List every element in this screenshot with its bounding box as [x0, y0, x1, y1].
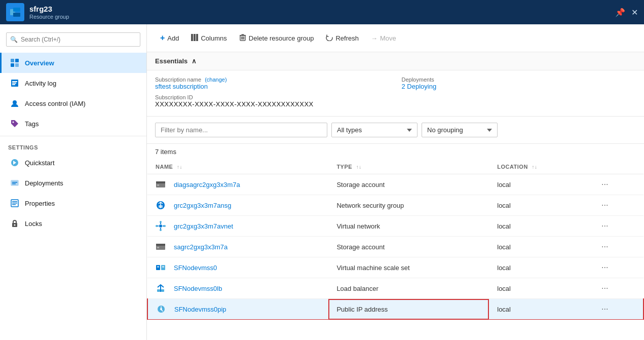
more-actions-button[interactable]: ···	[598, 200, 611, 210]
add-button[interactable]: + Add	[155, 30, 184, 46]
filter-name-input[interactable]	[155, 123, 327, 137]
main-content: + Add Columns	[147, 24, 644, 340]
deployments-group: Deployments 2 Deploying	[402, 77, 636, 90]
svg-rect-36	[159, 205, 163, 208]
app-header: sfrg23 Resource group 📌 ✕	[0, 0, 644, 24]
resource-location-cell: local	[489, 216, 590, 237]
settings-section-label: SETTINGS	[0, 138, 146, 153]
subscription-change-link[interactable]: (change)	[205, 77, 226, 83]
col-name[interactable]: NAME ↑↓	[147, 160, 328, 174]
sidebar-item-locks-label: Locks	[25, 220, 42, 228]
svg-rect-44	[157, 247, 159, 248]
more-actions-button[interactable]: ···	[598, 262, 611, 273]
sort-location-icon: ↑↓	[532, 164, 537, 170]
resource-location-cell: local	[489, 278, 590, 299]
resource-name-link[interactable]: SFNodevmss0lb	[174, 285, 222, 292]
access-control-icon	[10, 98, 20, 108]
sidebar-item-activity-log-label: Activity log	[25, 80, 56, 87]
table-row: SFNodevmss0pip Public IP address local ·…	[147, 299, 643, 320]
resource-icon-storage	[156, 179, 166, 190]
subscription-id-group: Subscription ID XXXXXXXX-XXXX-XXXX-XXXX-…	[155, 94, 390, 108]
sidebar-item-access-control[interactable]: Access control (IAM)	[0, 93, 146, 114]
table-row: SFNodevmss0 Virtual machine scale set lo…	[147, 257, 643, 278]
sidebar-item-deployments[interactable]: Deployments	[0, 173, 146, 193]
svg-rect-3	[11, 59, 14, 62]
svg-point-40	[160, 221, 162, 223]
header-actions: 📌 ✕	[615, 8, 638, 17]
resource-name-link[interactable]: grc2gxg3x3m7ansg	[174, 202, 231, 209]
more-actions-button[interactable]: ···	[598, 304, 611, 314]
resource-actions-cell: ···	[590, 195, 643, 216]
sidebar-item-quickstart[interactable]: Quickstart	[0, 153, 146, 173]
svg-rect-33	[156, 181, 165, 183]
resource-icon-nsg	[156, 200, 166, 210]
filter-type-select[interactable]: All types	[331, 123, 418, 137]
sidebar: 🔍 Overview	[0, 24, 147, 340]
more-actions-button[interactable]: ···	[598, 179, 611, 190]
svg-rect-28	[242, 36, 243, 40]
resource-name-cell: grc2gxg3x3m7avnet	[147, 216, 328, 237]
more-actions-button[interactable]: ···	[598, 220, 611, 231]
resource-name-link[interactable]: SFNodevmss0pip	[174, 306, 226, 313]
filter-row: All types No grouping	[147, 117, 644, 144]
resource-type-cell: Virtual machine scale set	[328, 257, 489, 278]
svg-rect-14	[11, 180, 18, 185]
sidebar-item-activity-log[interactable]: Activity log	[0, 73, 146, 93]
sidebar-item-properties-label: Properties	[25, 200, 55, 207]
resource-name-link[interactable]: diagsagrc2gxg3x3m7a	[174, 181, 240, 188]
more-actions-button[interactable]: ···	[598, 241, 611, 252]
svg-rect-48	[162, 266, 164, 268]
delete-button[interactable]: Delete resource group	[234, 31, 319, 46]
essentials-label: Essentials	[155, 57, 187, 65]
resource-icon-storage	[156, 242, 166, 252]
resource-actions-cell: ···	[590, 257, 643, 278]
resource-location-cell: local	[489, 174, 590, 195]
resource-name-cell: sagrc2gxg3x3m7a	[147, 237, 328, 257]
svg-point-11	[13, 100, 17, 104]
svg-rect-27	[241, 36, 242, 40]
resource-name-link[interactable]: SFNodevmss0	[174, 264, 217, 272]
svg-rect-43	[156, 244, 165, 246]
columns-button[interactable]: Columns	[186, 31, 232, 46]
header-title-group: sfrg23 Resource group	[29, 5, 69, 20]
svg-rect-23	[191, 34, 193, 41]
resource-icon-vmss	[156, 262, 166, 273]
svg-point-38	[156, 225, 158, 227]
resource-icon-vnet	[156, 221, 166, 231]
sidebar-item-overview[interactable]: Overview	[0, 53, 146, 73]
search-input[interactable]	[6, 32, 140, 47]
deployments-value[interactable]: 2 Deploying	[402, 83, 636, 90]
delete-label: Delete resource group	[249, 34, 314, 42]
sidebar-item-properties[interactable]: Properties	[0, 193, 146, 213]
svg-rect-50	[161, 289, 164, 292]
move-button[interactable]: → Move	[366, 31, 401, 45]
resource-name-link[interactable]: sagrc2gxg3x3m7a	[174, 243, 228, 251]
sidebar-item-tags[interactable]: Tags	[0, 114, 146, 134]
resource-name-cell: SFNodevmss0	[147, 257, 328, 278]
col-actions	[590, 160, 643, 174]
table-row: SFNodevmss0lb Load balancer local ···	[147, 278, 643, 299]
sidebar-item-locks[interactable]: Locks	[0, 213, 146, 234]
svg-rect-25	[196, 34, 198, 41]
col-location[interactable]: LOCATION ↑↓	[489, 160, 590, 174]
col-type[interactable]: TYPE ↑↓	[328, 160, 489, 174]
locks-icon	[10, 218, 20, 229]
pin-icon[interactable]: 📌	[615, 8, 625, 17]
essentials-bar[interactable]: Essentials ∧	[147, 52, 644, 70]
refresh-button[interactable]: Refresh	[321, 31, 364, 46]
close-icon[interactable]: ✕	[631, 8, 638, 17]
resource-actions-cell: ···	[590, 216, 643, 237]
resource-type-cell: Load balancer	[328, 278, 489, 299]
svg-rect-31	[241, 34, 244, 35]
sort-name-icon: ↑↓	[177, 164, 182, 170]
resource-name-cell: SFNodevmss0pip	[147, 299, 328, 320]
subscription-name-value[interactable]: sftest subscription	[155, 83, 390, 90]
filter-grouping-select[interactable]: No grouping	[422, 123, 498, 137]
svg-rect-20	[12, 204, 16, 205]
resource-location-cell: local	[489, 237, 590, 257]
resource-type-cell: Storage account	[328, 237, 489, 257]
resource-name-link[interactable]: grc2gxg3x3m7avnet	[174, 222, 233, 230]
svg-rect-29	[243, 36, 244, 40]
more-actions-button[interactable]: ···	[598, 283, 611, 293]
resource-location-cell: local	[489, 257, 590, 278]
